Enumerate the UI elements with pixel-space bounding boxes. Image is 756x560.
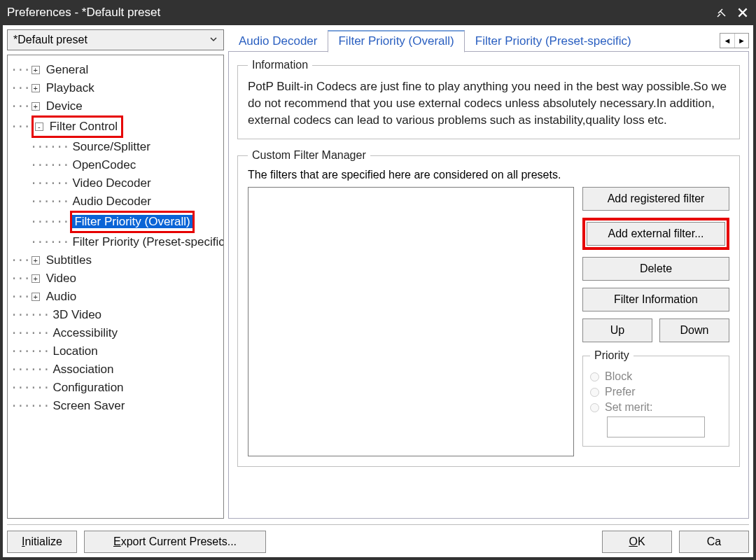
tree-item-subtitles[interactable]: ···+Subtitles [10,251,220,270]
right-column: Audio Decoder Filter Priority (Overall) … [228,29,749,519]
export-presets-button[interactable]: Export Current Presets... [84,531,266,553]
up-button[interactable]: Up [582,318,652,342]
cfm-controls: Add registered filter Add external filte… [582,187,729,456]
pin-icon[interactable] [715,6,728,19]
titlebar: Preferences - *Default preset [0,0,756,25]
tree-item-location[interactable]: ······Location [10,342,220,360]
down-button[interactable]: Down [659,318,729,342]
filter-information-button[interactable]: Filter Information [582,288,729,312]
tree-item-audio-decoder[interactable]: ······Audio Decoder [30,192,220,211]
preset-value: *Default preset [13,34,88,46]
tree-item-filter-priority-preset[interactable]: ······Filter Priority (Preset-specific) [30,233,220,251]
tree-item-general[interactable]: ···+General [10,61,220,79]
highlight-add-external: Add external filter... [582,218,729,250]
tree-item-accessibility[interactable]: ······Accessibility [10,324,220,342]
priority-block-radio[interactable]: Block [590,370,722,383]
information-legend: Information [248,59,312,71]
priority-legend: Priority [590,349,634,362]
tree-item-source-splitter[interactable]: ······Source/Splitter [30,138,220,156]
priority-prefer-radio[interactable]: Prefer [590,386,722,398]
tab-scroll-right-icon[interactable]: ► [734,34,748,48]
information-text: PotP Built-in Codecs are just fine to pl… [248,78,729,129]
cfm-legend: Custom Filter Manager [248,149,370,162]
ok-button[interactable]: OK [602,531,672,553]
window-title: Preferences - *Default preset [7,6,715,20]
information-group: Information PotP Built-in Codecs are jus… [237,59,740,139]
tree-item-association[interactable]: ······Association [10,360,220,379]
tree-item-configuration[interactable]: ······Configuration [10,379,220,397]
delete-button[interactable]: Delete [582,257,729,281]
preferences-tree[interactable]: ···+General ···+Playback ···+Device ···-… [7,55,224,519]
add-external-filter-button[interactable]: Add external filter... [587,222,725,246]
initialize-button[interactable]: Initialize [7,531,77,553]
tab-audio-decoder[interactable]: Audio Decoder [228,30,328,52]
preset-selector[interactable]: *Default preset [7,29,224,50]
merit-input[interactable] [607,416,705,438]
priority-group: Priority Block Prefer Set merit: [582,349,729,447]
tree-item-video-decoder[interactable]: ······Video Decoder [30,174,220,192]
expand-icon[interactable]: + [31,66,40,74]
close-icon[interactable] [736,6,749,19]
expand-icon[interactable]: + [31,274,40,283]
cfm-description: The filters that are specified here are … [248,169,729,181]
dialog-body: *Default preset ···+General ···+Playback… [0,25,756,560]
add-registered-filter-button[interactable]: Add registered filter [582,187,729,211]
tree-item-3d-video[interactable]: ······3D Video [10,306,220,324]
expand-icon[interactable]: + [31,293,40,301]
tree-item-filter-control[interactable]: ···-Filter Control [10,115,220,138]
tab-content: Information PotP Built-in Codecs are jus… [228,52,749,519]
chevron-down-icon [209,34,218,46]
tab-filter-priority-preset[interactable]: Filter Priority (Preset-specific) [465,30,642,52]
tree-item-audio[interactable]: ···+Audio [10,288,220,306]
cancel-button[interactable]: Ca [679,531,749,553]
collapse-icon[interactable]: - [35,122,43,131]
dialog-footer: Initialize Export Current Presets... OK … [7,524,749,553]
tree-item-filter-priority-overall[interactable]: ······Filter Priority (Overall) [30,211,220,233]
tree-item-video[interactable]: ···+Video [10,270,220,288]
tree-item-opencodec[interactable]: ······OpenCodec [30,156,220,174]
expand-icon[interactable]: + [31,256,40,265]
titlebar-controls [715,6,749,19]
tab-scroll-left-icon[interactable]: ◄ [720,34,734,48]
tree-item-playback[interactable]: ···+Playback [10,79,220,97]
tree-item-device[interactable]: ···+Device [10,97,220,115]
tree-item-screen-saver[interactable]: ······Screen Saver [10,397,220,415]
tab-filter-priority-overall[interactable]: Filter Priority (Overall) [328,30,464,52]
priority-set-merit-radio[interactable]: Set merit: [590,401,722,414]
tab-scroll: ◄ ► [720,33,749,48]
filter-list[interactable] [248,187,574,456]
left-column: *Default preset ···+General ···+Playback… [7,29,224,519]
tabs: Audio Decoder Filter Priority (Overall) … [228,29,749,52]
custom-filter-manager-group: Custom Filter Manager The filters that a… [237,149,740,467]
expand-icon[interactable]: + [31,84,40,92]
expand-icon[interactable]: + [31,102,40,111]
